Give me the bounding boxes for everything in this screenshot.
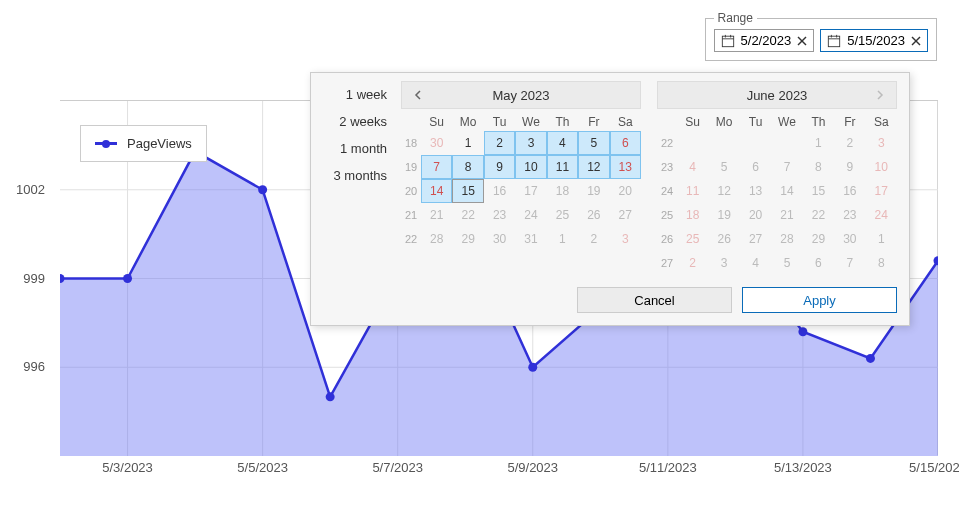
preset-option[interactable]: 3 months bbox=[311, 162, 397, 189]
chart-marker[interactable] bbox=[123, 274, 132, 283]
x-tick-label: 5/7/2023 bbox=[372, 460, 423, 475]
calendar-day[interactable]: 1 bbox=[866, 227, 897, 251]
calendar-day[interactable]: 5 bbox=[771, 251, 802, 275]
calendar-day[interactable]: 1 bbox=[803, 131, 834, 155]
calendar-day[interactable]: 21 bbox=[421, 203, 452, 227]
calendar-day[interactable]: 30 bbox=[834, 227, 865, 251]
calendar-day[interactable]: 28 bbox=[421, 227, 452, 251]
calendar-day[interactable]: 3 bbox=[866, 131, 897, 155]
preset-option[interactable]: 1 month bbox=[311, 135, 397, 162]
calendar-day[interactable]: 25 bbox=[677, 227, 708, 251]
calendar-day[interactable]: 20 bbox=[610, 179, 641, 203]
clear-end-icon[interactable] bbox=[911, 36, 921, 46]
calendar-day[interactable]: 21 bbox=[771, 203, 802, 227]
calendar-day[interactable]: 24 bbox=[866, 203, 897, 227]
calendar-day[interactable]: 17 bbox=[515, 179, 546, 203]
calendar-day[interactable]: 4 bbox=[677, 155, 708, 179]
chart-marker[interactable] bbox=[798, 327, 807, 336]
calendar-day[interactable]: 10 bbox=[866, 155, 897, 179]
range-start-field[interactable]: 5/2/2023 bbox=[714, 29, 815, 52]
calendar-day[interactable]: 2 bbox=[677, 251, 708, 275]
calendar-day[interactable]: 8 bbox=[452, 155, 483, 179]
calendar-day[interactable]: 5 bbox=[708, 155, 739, 179]
calendar-day[interactable]: 12 bbox=[708, 179, 739, 203]
calendar-day[interactable]: 18 bbox=[677, 203, 708, 227]
calendar-day[interactable]: 4 bbox=[547, 131, 578, 155]
range-end-field[interactable]: 5/15/2023 bbox=[820, 29, 928, 52]
calendar-day[interactable]: 1 bbox=[452, 131, 483, 155]
calendar-day[interactable]: 20 bbox=[740, 203, 771, 227]
calendar-day[interactable]: 22 bbox=[452, 203, 483, 227]
calendar-day[interactable]: 17 bbox=[866, 179, 897, 203]
calendar-day[interactable]: 6 bbox=[610, 131, 641, 155]
calendar-day[interactable]: 18 bbox=[547, 179, 578, 203]
calendar-day[interactable]: 9 bbox=[484, 155, 515, 179]
calendar-day[interactable]: 4 bbox=[740, 251, 771, 275]
calendar-day[interactable]: 29 bbox=[803, 227, 834, 251]
calendar-day[interactable]: 30 bbox=[421, 131, 452, 155]
calendar-day[interactable]: 29 bbox=[452, 227, 483, 251]
calendar-day[interactable]: 3 bbox=[708, 251, 739, 275]
calendar-day[interactable]: 3 bbox=[515, 131, 546, 155]
calendar-day[interactable]: 25 bbox=[547, 203, 578, 227]
calendar-day[interactable]: 15 bbox=[803, 179, 834, 203]
calendar-day[interactable]: 1 bbox=[547, 227, 578, 251]
svg-rect-0 bbox=[722, 36, 733, 47]
cancel-button[interactable]: Cancel bbox=[577, 287, 732, 313]
calendar-day[interactable]: 28 bbox=[771, 227, 802, 251]
calendar-day[interactable]: 26 bbox=[708, 227, 739, 251]
calendar-day[interactable]: 16 bbox=[484, 179, 515, 203]
chart-marker[interactable] bbox=[934, 256, 939, 265]
calendar-day[interactable]: 23 bbox=[834, 203, 865, 227]
clear-start-icon[interactable] bbox=[797, 36, 807, 46]
calendar-day[interactable]: 30 bbox=[484, 227, 515, 251]
calendar-day[interactable]: 13 bbox=[610, 155, 641, 179]
calendar-day[interactable]: 15 bbox=[452, 179, 483, 203]
calendar-day[interactable]: 14 bbox=[421, 179, 452, 203]
preset-option[interactable]: 1 week bbox=[311, 81, 397, 108]
apply-button[interactable]: Apply bbox=[742, 287, 897, 313]
calendar-day[interactable]: 2 bbox=[484, 131, 515, 155]
calendar-day[interactable]: 3 bbox=[610, 227, 641, 251]
calendar-day[interactable]: 31 bbox=[515, 227, 546, 251]
week-number: 27 bbox=[657, 251, 677, 275]
calendar-day[interactable]: 27 bbox=[610, 203, 641, 227]
calendar-day[interactable]: 10 bbox=[515, 155, 546, 179]
calendar-day[interactable]: 6 bbox=[740, 155, 771, 179]
calendar-day[interactable]: 8 bbox=[803, 155, 834, 179]
calendar-day[interactable]: 5 bbox=[578, 131, 609, 155]
calendar-day[interactable]: 12 bbox=[578, 155, 609, 179]
calendar-day[interactable]: 9 bbox=[834, 155, 865, 179]
weekday-header: Mo bbox=[708, 115, 739, 129]
calendar-day[interactable]: 14 bbox=[771, 179, 802, 203]
calendar-day[interactable]: 27 bbox=[740, 227, 771, 251]
calendar-day[interactable]: 13 bbox=[740, 179, 771, 203]
calendar-day[interactable]: 8 bbox=[866, 251, 897, 275]
calendar-day[interactable]: 19 bbox=[578, 179, 609, 203]
legend[interactable]: PageViews bbox=[80, 125, 207, 162]
calendar-day[interactable]: 11 bbox=[677, 179, 708, 203]
next-month-button[interactable] bbox=[870, 85, 890, 105]
calendar-day[interactable]: 22 bbox=[803, 203, 834, 227]
calendar-day[interactable]: 24 bbox=[515, 203, 546, 227]
preset-option[interactable]: 2 weeks bbox=[311, 108, 397, 135]
calendar-day[interactable]: 16 bbox=[834, 179, 865, 203]
chart-marker[interactable] bbox=[528, 363, 537, 372]
calendar-day[interactable]: 6 bbox=[803, 251, 834, 275]
calendar-day[interactable]: 11 bbox=[547, 155, 578, 179]
calendar-day[interactable]: 7 bbox=[834, 251, 865, 275]
chart-marker[interactable] bbox=[866, 354, 875, 363]
calendar-day[interactable]: 7 bbox=[421, 155, 452, 179]
calendar-day[interactable]: 23 bbox=[484, 203, 515, 227]
prev-month-button[interactable] bbox=[408, 85, 428, 105]
range-picker: Range 5/2/2023 5/15/2023 bbox=[705, 18, 937, 61]
calendar-day[interactable]: 19 bbox=[708, 203, 739, 227]
calendar-day[interactable]: 2 bbox=[578, 227, 609, 251]
calendar-day[interactable]: 2 bbox=[834, 131, 865, 155]
x-tick-label: 5/11/2023 bbox=[639, 460, 697, 475]
chart-marker[interactable] bbox=[258, 185, 267, 194]
chart-marker[interactable] bbox=[326, 392, 335, 401]
y-tick-label: 996 bbox=[23, 359, 45, 374]
calendar-day[interactable]: 7 bbox=[771, 155, 802, 179]
calendar-day[interactable]: 26 bbox=[578, 203, 609, 227]
